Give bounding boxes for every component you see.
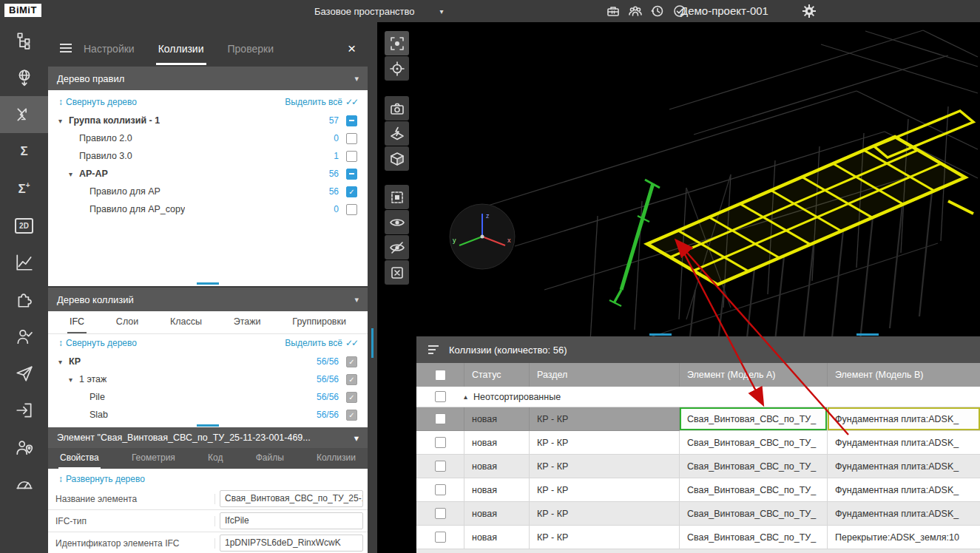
tree-row[interactable]: Slab 56/56 [48,406,368,424]
row-checkbox[interactable] [435,484,446,495]
tree-node-checkbox[interactable] [346,374,357,385]
collapse-tree-link[interactable]: Свернуть дерево [58,338,137,348]
sidebar-item-plugins[interactable] [0,281,48,318]
sidebar-item-model-import[interactable] [0,59,48,96]
tab-ifc[interactable]: IFC [67,311,87,333]
collapse-group-icon[interactable] [464,393,467,401]
tree-row[interactable]: Группа коллизий - 1 57 [48,112,368,129]
tab-floors[interactable]: Этажи [232,311,263,333]
column-element-b[interactable]: Элемент (Модель B) [828,363,980,387]
table-group-row[interactable]: Неотсортированные [416,387,980,407]
tree-row[interactable]: Pile 56/56 [48,388,368,406]
row-checkbox[interactable] [435,437,446,448]
table-resize-handle[interactable] [856,333,879,336]
cell-element-b[interactable]: Фундаментная плита:ADSK_ [828,407,980,431]
locate-button[interactable] [385,56,409,81]
column-element-a[interactable]: Элемент (Модель A) [680,363,828,387]
tree-node-checkbox[interactable] [346,204,357,215]
section-plane-button[interactable] [385,121,409,146]
cell-element-a[interactable]: Свая_Винтовая_СВС_по_ТУ_ [680,407,828,431]
cell-element-a[interactable]: Свая_Винтовая_СВС_по_ТУ_ [680,478,828,502]
tab-classes[interactable]: Классы [168,311,204,333]
tab-properties[interactable]: Свойства [58,448,101,469]
sidebar-item-sum[interactable]: Σ [0,133,48,170]
expand-caret-icon[interactable] [58,117,69,125]
select-all-link[interactable]: Выделить всё [285,97,357,107]
cell-element-a[interactable]: Свая_Винтовая_СВС_по_ТУ_ [680,455,828,478]
tab-code[interactable]: Код [206,448,224,469]
tab-settings[interactable]: Настройки [81,22,137,65]
element-section-header[interactable]: Элемент "Свая_Винтовая_СВС_по_ТУ_25-11-2… [48,427,368,448]
toolbox-icon[interactable] [605,3,621,19]
tree-node-checkbox[interactable] [346,392,357,403]
collision-row[interactable]: новая КР - КР Свая_Винтовая_СВС_по_ТУ_ Ф… [416,431,980,455]
sidebar-item-export[interactable] [0,392,48,429]
tab-files[interactable]: Файлы [254,448,285,469]
hide-elements-button[interactable] [385,235,409,259]
column-status[interactable]: Статус [464,363,530,387]
menu-icon[interactable] [60,47,72,49]
tab-layers[interactable]: Слои [114,311,141,333]
cell-element-a[interactable]: Свая_Винтовая_СВС_по_ТУ_ [680,502,828,526]
tree-node-checkbox[interactable] [346,186,357,197]
tree-row[interactable]: Правило для АР_copy 0 [48,200,368,218]
collision-row[interactable]: новая КР - КР Свая_Винтовая_СВС_по_ТУ_ Ф… [416,455,980,478]
close-icon[interactable] [348,41,356,55]
tree-row[interactable]: 1 этаж 56/56 [48,370,368,388]
tree-node-checkbox[interactable] [346,151,357,162]
tree-row[interactable]: Правило для АР 56 [48,183,368,200]
cell-element-b[interactable]: Фундаментная плита:ADSK_ [828,431,980,455]
expand-caret-icon[interactable] [69,170,79,178]
tree-row[interactable]: Правило 3.0 1 [48,147,368,165]
table-menu-icon[interactable] [428,345,439,354]
row-checkbox[interactable] [435,532,446,543]
settings-gear-icon[interactable] [801,3,817,19]
property-value[interactable]: IfcPile [220,512,363,529]
tree-node-checkbox[interactable] [346,356,357,367]
row-checkbox[interactable] [435,413,446,424]
tab-groupings[interactable]: Группировки [290,311,348,333]
collisions-tree-header[interactable]: Дерево коллизий [48,288,368,311]
select-all-link[interactable]: Выделить всё [285,338,357,348]
table-resize-handle[interactable] [649,333,672,336]
cell-element-b[interactable]: Фундаментная плита:ADSK_ [828,502,980,526]
cell-element-a[interactable]: Свая_Винтовая_СВС_по_ТУ_ [680,431,828,455]
tab-geometry[interactable]: Геометрия [130,448,177,469]
fit-view-button[interactable] [385,31,409,55]
sidebar-item-collisions[interactable] [0,96,48,133]
cell-element-b[interactable]: Фундаментная плита:ADSK_ [828,455,980,478]
cell-element-b[interactable]: Фундаментная плита:ADSK_ [828,478,980,502]
group-checkbox[interactable] [435,391,446,402]
row-checkbox[interactable] [435,461,446,472]
workspace-selector[interactable]: Базовое пространство [314,0,444,22]
expand-tree-link[interactable]: Развернуть дерево [58,474,145,484]
column-section[interactable]: Раздел [530,363,680,387]
collision-row[interactable]: новая КР - КР Свая_Винтовая_СВС_по_ТУ_ Ф… [416,478,980,502]
sidebar-item-share[interactable] [0,355,48,392]
collision-row[interactable]: новая КР - КР Свая_Винтовая_СВС_по_ТУ_ Ф… [416,502,980,526]
section-box-button[interactable] [385,146,409,171]
tree-node-checkbox[interactable] [346,115,357,126]
tree-node-checkbox[interactable] [346,410,357,421]
sidebar-item-geo-user[interactable] [0,429,48,466]
expand-caret-icon[interactable] [69,376,79,384]
sidebar-item-model-structure[interactable] [0,22,48,59]
show-elements-button[interactable] [385,210,409,234]
isolate-button[interactable] [385,185,409,209]
tab-collisions[interactable]: Коллизии [156,22,206,65]
tree-row[interactable]: Правило 2.0 0 [48,129,368,147]
property-value[interactable]: 1pDNIP7SL6deD_RinxWcwK [220,535,363,552]
rules-tree-header[interactable]: Дерево правил [48,67,368,90]
collapse-tree-link[interactable]: Свернуть дерево [58,97,137,107]
tree-row[interactable]: КР 56/56 [48,353,368,370]
tree-node-checkbox[interactable] [346,169,357,180]
sidebar-item-dashboard[interactable] [0,466,48,503]
panel-resizer[interactable] [368,22,377,553]
camera-button[interactable] [385,96,409,121]
tree-row[interactable]: АР-АР 56 [48,165,368,183]
tab-collisions[interactable]: Коллизии [315,448,357,469]
collision-row[interactable]: новая КР - КР Свая_Винтовая_СВС_по_ТУ_ П… [416,526,980,549]
tree-node-checkbox[interactable] [346,133,357,144]
expand-caret-icon[interactable] [58,358,69,366]
panel-resize-handle[interactable] [371,328,374,358]
